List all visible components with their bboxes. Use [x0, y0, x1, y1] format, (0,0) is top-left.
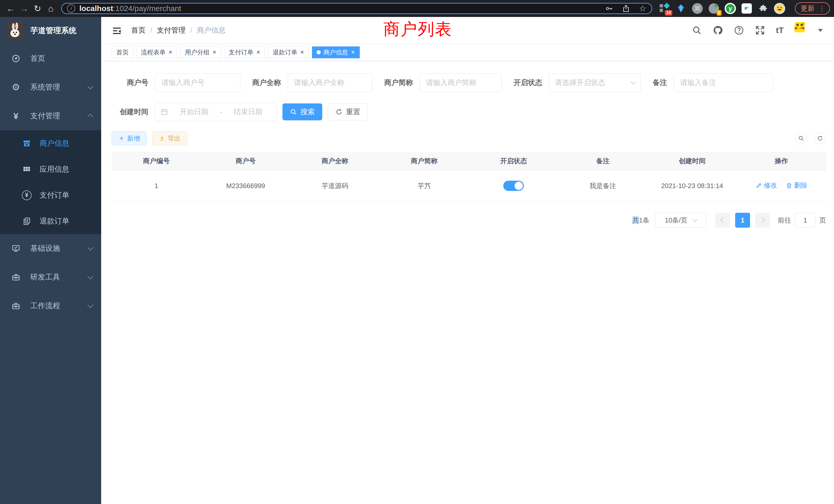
pencil-icon	[755, 182, 762, 189]
status-select-placeholder: 请选择开启状态	[555, 78, 605, 88]
next-page-button[interactable]	[755, 213, 770, 228]
user-avatar[interactable]	[794, 22, 811, 39]
sidebar-item-workflow[interactable]: 工作流程	[0, 292, 101, 320]
avatar-caret-icon[interactable]	[818, 29, 823, 32]
url-text[interactable]: localhost:1024/pay/merchant	[79, 4, 605, 13]
sidebar-subitem-app-info[interactable]: 应用信息	[0, 156, 101, 182]
search-icon	[798, 135, 804, 141]
close-icon[interactable]: ✕	[169, 50, 173, 55]
sidebar-item-dev-tools[interactable]: 研发工具	[0, 263, 101, 292]
blob-extension-icon[interactable]: 1	[708, 3, 720, 14]
refresh-table-button[interactable]	[814, 132, 826, 144]
extensions-puzzle-icon[interactable]	[758, 3, 769, 14]
fullscreen-icon[interactable]	[755, 25, 765, 36]
add-button[interactable]: 新增	[112, 131, 147, 145]
remark-input[interactable]	[674, 73, 773, 92]
key-icon[interactable]	[605, 4, 613, 13]
sidebar-subitem-label: 退款订单	[40, 216, 69, 226]
sidebar-header[interactable]: 芋道管理系统	[0, 17, 101, 44]
sidebar-item-label: 基础设施	[30, 243, 60, 254]
breadcrumb-separator: /	[150, 26, 152, 35]
card-extension-icon[interactable]	[741, 3, 752, 14]
sidebar-item-label: 支付管理	[30, 111, 60, 121]
header-search-icon[interactable]	[692, 25, 702, 36]
share-icon[interactable]	[622, 4, 630, 13]
devtools-extension-icon[interactable]: 10	[659, 3, 670, 14]
y-extension-icon[interactable]: y	[725, 3, 736, 14]
payment-submenu: 商户信息 应用信息 ¥ 支付订单 退款订单	[0, 130, 101, 234]
date-range-input[interactable]: 开始日期 - 结束日期	[155, 102, 277, 121]
close-icon[interactable]: ✕	[300, 50, 304, 55]
tab-refund-order[interactable]: 退款订单 ✕	[268, 46, 309, 58]
page-size-select[interactable]: 10条/页	[655, 213, 706, 228]
browser-update-button[interactable]: 更新 ⋮	[795, 2, 830, 15]
page-number-button[interactable]: 1	[735, 213, 750, 228]
status-select[interactable]: 请选择开启状态	[549, 73, 641, 92]
sidebar-item-payment-mgmt[interactable]: ¥ 支付管理	[0, 101, 101, 130]
toggle-search-button[interactable]	[795, 132, 807, 144]
date-separator: -	[220, 108, 222, 116]
edit-link[interactable]: 修改	[755, 181, 777, 190]
browser-back-icon[interactable]: ←	[4, 0, 18, 17]
tab-merchant-info[interactable]: 商户信息 ✕	[312, 46, 360, 58]
bookmark-star-icon[interactable]: ☆	[639, 4, 646, 13]
merchant-no-input[interactable]	[155, 73, 240, 92]
toolbox-icon	[11, 273, 21, 281]
tab-home[interactable]: 首页	[112, 46, 133, 58]
gem-extension-icon[interactable]	[675, 3, 687, 14]
sidebar-item-label: 工作流程	[30, 301, 60, 311]
export-button[interactable]: 导出	[152, 131, 187, 145]
browser-menu-icon[interactable]: ⋮	[818, 5, 825, 13]
address-bar[interactable]: i localhost:1024/pay/merchant ☆	[61, 3, 652, 14]
profile-avatar-icon[interactable]	[774, 3, 785, 14]
status-toggle[interactable]	[503, 181, 524, 191]
browser-reload-icon[interactable]: ↻	[31, 0, 44, 17]
breadcrumb-home[interactable]: 首页	[131, 25, 146, 35]
font-size-icon[interactable]: tT	[776, 26, 784, 35]
sidebar-subitem-merchant-info[interactable]: 商户信息	[0, 130, 101, 156]
chevron-right-icon	[759, 217, 765, 223]
prev-page-button[interactable]	[715, 213, 730, 228]
sidebar-item-label: 系统管理	[30, 82, 60, 92]
command-extension-icon[interactable]: ⌘	[692, 3, 703, 14]
cell-status	[469, 170, 558, 202]
cell-short-name: 芋艿	[379, 170, 469, 202]
sidebar-subitem-pay-order[interactable]: ¥ 支付订单	[0, 182, 101, 208]
tab-user-group[interactable]: 用户分组 ✕	[180, 46, 221, 58]
github-icon[interactable]	[713, 25, 723, 36]
sidebar-subitem-refund-order[interactable]: 退款订单	[0, 208, 101, 234]
goto-label: 前往	[778, 216, 791, 225]
breadcrumb-payment[interactable]: 支付管理	[157, 25, 185, 35]
browser-forward-icon[interactable]: →	[18, 0, 31, 17]
sidebar-item-system-mgmt[interactable]: ⚙ 系统管理	[0, 73, 101, 101]
tags-view-bar: 首页 流程表单 ✕ 用户分组 ✕ 支付订单 ✕ 退款订单 ✕	[101, 44, 834, 61]
page-content: 商户号 商户全称 商户简称 开启状态 请选择开启状态	[101, 61, 834, 504]
goto-page-input[interactable]	[795, 213, 815, 228]
close-icon[interactable]: ✕	[212, 50, 217, 55]
delete-link[interactable]: 删除	[786, 181, 808, 190]
cell-create-time: 2021-10-23 08:31:14	[648, 170, 737, 202]
short-name-input[interactable]	[420, 73, 502, 92]
filter-row-1: 商户号 商户全称 商户简称 开启状态 请选择开启状态	[120, 61, 826, 92]
table-header-row: 商户编号 商户号 商户全称 商户简称 开启状态 备注 创建时间 操作	[112, 152, 826, 170]
screen: ← → ↻ ⌂ i localhost:1024/pay/merchant ☆ …	[0, 0, 834, 504]
help-icon[interactable]	[734, 25, 744, 36]
chevron-left-icon	[721, 217, 726, 223]
tab-pay-order[interactable]: 支付订单 ✕	[224, 46, 265, 58]
sidebar-item-infrastructure[interactable]: 基础设施	[0, 234, 101, 263]
sidebar-collapse-icon[interactable]	[112, 26, 122, 35]
search-button[interactable]: 搜索	[282, 104, 322, 120]
site-info-icon[interactable]: i	[67, 4, 75, 13]
breadcrumb-separator: /	[190, 26, 192, 35]
browser-home-icon[interactable]: ⌂	[44, 0, 58, 17]
sidebar-subitem-label: 应用信息	[40, 164, 69, 175]
reset-button[interactable]: 重置	[328, 104, 368, 120]
col-remark: 备注	[558, 152, 648, 170]
close-icon[interactable]: ✕	[256, 50, 260, 55]
search-icon	[290, 108, 297, 115]
full-name-input[interactable]	[288, 73, 372, 92]
tab-flow-form[interactable]: 流程表单 ✕	[136, 46, 177, 58]
sidebar-item-home[interactable]: 首页	[0, 44, 101, 73]
shop-icon	[22, 139, 32, 148]
close-icon[interactable]: ✕	[351, 50, 355, 55]
